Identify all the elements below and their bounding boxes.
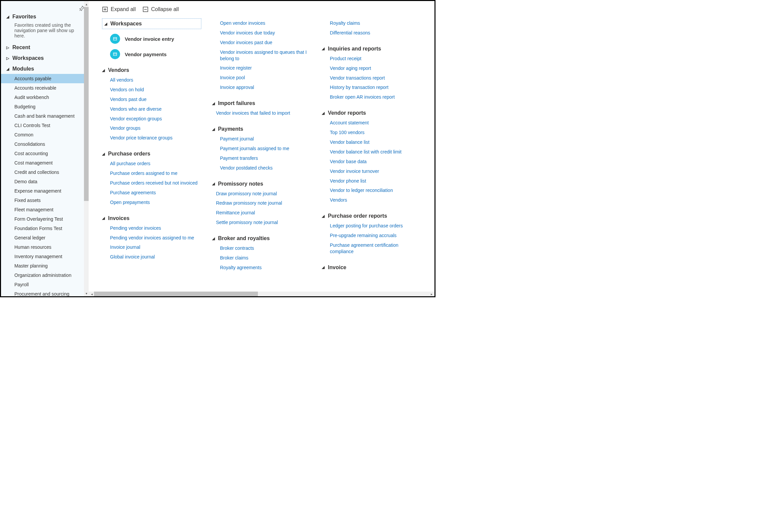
nav-link[interactable]: Vendors xyxy=(330,195,421,205)
nav-link[interactable]: Vendor balance list with credit limit xyxy=(330,147,421,157)
nav-link[interactable]: Invoice journal xyxy=(110,243,201,252)
group-header[interactable]: ◢Invoice xyxy=(322,263,421,272)
nav-link[interactable]: Draw promissory note journal xyxy=(216,189,311,199)
nav-link[interactable]: Differential reasons xyxy=(330,28,421,38)
sidebar-scrollbar[interactable]: ▴ ▾ xyxy=(84,1,89,296)
module-item[interactable]: Audit workbench xyxy=(1,93,89,102)
workspace-tile[interactable]: Vendor invoice entry xyxy=(102,31,201,47)
nav-link[interactable]: History by transaction report xyxy=(330,83,421,92)
nav-link[interactable]: Product receipt xyxy=(330,54,421,63)
nav-link[interactable]: Vendor phone list xyxy=(330,176,421,186)
group-header[interactable]: ◢Broker and royalties xyxy=(212,233,311,244)
nav-link[interactable]: Payment transfers xyxy=(220,154,311,163)
nav-link[interactable]: Vendors past due xyxy=(110,95,201,104)
modules-header[interactable]: ◢ Modules xyxy=(1,64,89,74)
nav-link[interactable]: Global invoice journal xyxy=(110,252,201,262)
group-header[interactable]: ◢Promissory notes xyxy=(212,179,311,189)
nav-link[interactable]: Purchase orders assigned to me xyxy=(110,168,201,178)
horizontal-scrollbar[interactable]: ◂ ▸ xyxy=(89,291,435,296)
nav-link[interactable]: Account statement xyxy=(330,118,421,128)
nav-link[interactable]: Vendor postdated checks xyxy=(220,163,311,173)
nav-link[interactable]: Vendors who are diverse xyxy=(110,104,201,114)
hscroll-thumb[interactable] xyxy=(94,291,258,296)
module-item[interactable]: Accounts payable xyxy=(1,74,89,83)
nav-link[interactable]: Invoice pool xyxy=(220,73,311,83)
scroll-up-arrow-icon[interactable]: ▴ xyxy=(84,2,89,6)
group-header[interactable]: ◢Import failures xyxy=(212,98,311,108)
nav-link[interactable]: Top 100 vendors xyxy=(330,128,421,138)
group-header[interactable]: ◢Payments xyxy=(212,124,311,134)
module-item[interactable]: Cost accounting xyxy=(1,149,89,158)
module-item[interactable]: Demo data xyxy=(1,177,89,186)
nav-link[interactable]: Remittance journal xyxy=(216,208,311,218)
module-item[interactable]: Payroll xyxy=(1,280,89,289)
module-item[interactable]: Credit and collections xyxy=(1,167,89,177)
scroll-down-arrow-icon[interactable]: ▾ xyxy=(84,291,89,296)
module-item[interactable]: Fixed assets xyxy=(1,196,89,205)
module-item[interactable]: Procurement and sourcing xyxy=(1,289,89,296)
nav-link[interactable]: Redraw promissory note journal xyxy=(216,198,311,208)
nav-link[interactable]: Open vendor invoices xyxy=(220,18,311,28)
group-header[interactable]: ◢Invoices xyxy=(102,213,201,223)
nav-link[interactable]: Invoice approval xyxy=(220,83,311,92)
nav-link[interactable]: Vendor invoices due today xyxy=(220,28,311,38)
module-item[interactable]: Fleet management xyxy=(1,205,89,214)
nav-link[interactable]: Royalty claims xyxy=(330,18,421,28)
module-item[interactable]: Master planning xyxy=(1,261,89,270)
collapse-all-button[interactable]: Collapse all xyxy=(143,6,179,12)
nav-link[interactable]: Invoice register xyxy=(220,63,311,73)
module-item[interactable]: Cost management xyxy=(1,158,89,167)
nav-link[interactable]: Purchase orders received but not invoice… xyxy=(110,178,201,188)
group-header[interactable]: ◢Workspaces xyxy=(102,18,201,29)
module-item[interactable]: Form Overlayering Test xyxy=(1,214,89,224)
nav-link[interactable]: Vendor base data xyxy=(330,157,421,166)
nav-link[interactable]: All vendors xyxy=(110,75,201,85)
nav-link[interactable]: Purchase agreement certification complia… xyxy=(330,241,421,257)
nav-link[interactable]: Settle promissory note journal xyxy=(216,218,311,227)
nav-link[interactable]: Vendor invoices assigned to queues that … xyxy=(220,48,311,63)
nav-link[interactable]: Vendor invoices past due xyxy=(220,38,311,48)
nav-link[interactable]: All purchase orders xyxy=(110,159,201,168)
nav-link[interactable]: Ledger posting for purchase orders xyxy=(330,221,421,231)
module-item[interactable]: Organization administration xyxy=(1,270,89,280)
group-header[interactable]: ◢Purchase orders xyxy=(102,149,201,159)
group-header[interactable]: ◢Vendors xyxy=(102,65,201,75)
nav-link[interactable]: Vendor balance list xyxy=(330,138,421,147)
workspace-tile[interactable]: Vendor payments xyxy=(102,47,201,62)
nav-link[interactable]: Vendors on hold xyxy=(110,85,201,95)
nav-link[interactable]: Purchase agreements xyxy=(110,188,201,198)
sidebar-scroll-thumb[interactable] xyxy=(84,7,89,201)
expand-all-button[interactable]: Expand all xyxy=(102,6,136,12)
module-item[interactable]: CLI Controls Test xyxy=(1,121,89,130)
module-item[interactable]: Expense management xyxy=(1,186,89,196)
nav-link[interactable]: Open prepayments xyxy=(110,198,201,207)
nav-link[interactable]: Payment journal xyxy=(220,134,311,144)
module-item[interactable]: Foundation Forms Test xyxy=(1,224,89,233)
module-item[interactable]: Human resources xyxy=(1,243,89,252)
group-header[interactable]: ◢Vendor reports xyxy=(322,108,421,118)
nav-link[interactable]: Vendor invoice turnover xyxy=(330,166,421,176)
nav-link[interactable]: Broker claims xyxy=(220,253,311,263)
nav-recent[interactable]: ▷ Recent xyxy=(1,43,89,53)
nav-link[interactable]: Payment journals assigned to me xyxy=(220,144,311,154)
nav-link[interactable]: Vendor transactions report xyxy=(330,73,421,83)
module-item[interactable]: Common xyxy=(1,130,89,140)
nav-link[interactable]: Vendor aging report xyxy=(330,63,421,73)
nav-link[interactable]: Pending vendor invoices xyxy=(110,223,201,233)
module-item[interactable]: Inventory management xyxy=(1,252,89,261)
scroll-right-arrow-icon[interactable]: ▸ xyxy=(429,291,434,296)
nav-link[interactable]: Vendor exception groups xyxy=(110,114,201,124)
nav-workspaces[interactable]: ▷ Workspaces xyxy=(1,53,89,64)
nav-link[interactable]: Vendor invoices that failed to import xyxy=(216,108,311,118)
nav-favorites[interactable]: ◢ Favorites Favorites created using the … xyxy=(1,12,89,43)
module-item[interactable]: Budgeting xyxy=(1,102,89,111)
module-item[interactable]: Accounts receivable xyxy=(1,83,89,93)
nav-link[interactable]: Pre-upgrade remaining accruals xyxy=(330,231,421,241)
module-item[interactable]: Cash and bank management xyxy=(1,111,89,121)
module-item[interactable]: General ledger xyxy=(1,233,89,243)
nav-link[interactable]: Pending vendor invoices assigned to me xyxy=(110,233,201,243)
nav-link[interactable]: Vendor to ledger reconciliation xyxy=(330,185,421,195)
nav-link[interactable]: Vendor price tolerance groups xyxy=(110,133,201,143)
nav-link[interactable]: Vendor groups xyxy=(110,123,201,133)
module-item[interactable]: Consolidations xyxy=(1,140,89,149)
